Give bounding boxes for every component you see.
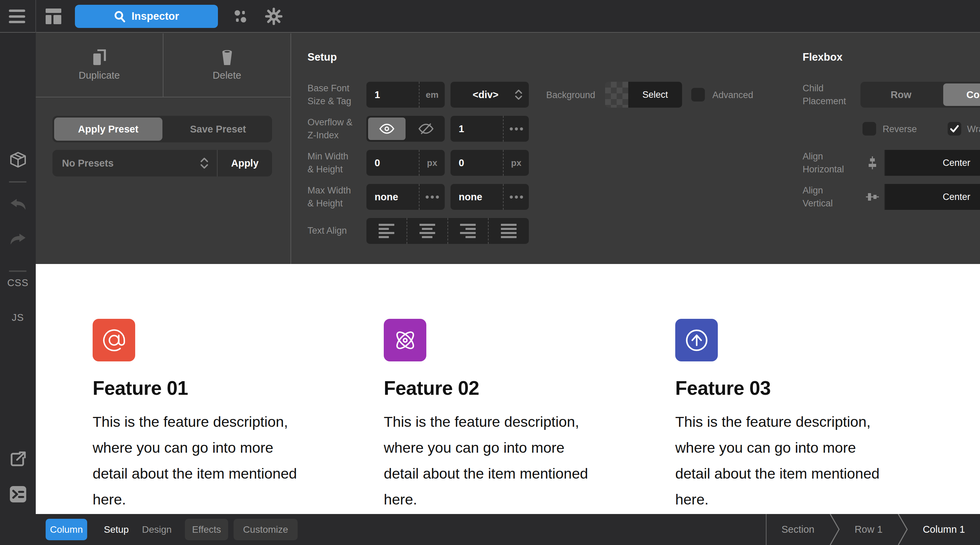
wrap-checkbox[interactable] [948, 122, 961, 135]
panel-divider [290, 33, 291, 264]
align-horizontal-control[interactable]: Center [861, 150, 980, 176]
arrow-up-circle-icon[interactable] [675, 319, 718, 362]
sliders-icon[interactable] [232, 8, 249, 25]
setup-heading: Setup [307, 51, 337, 63]
align-left-icon [379, 224, 394, 238]
align-horizontal-center-icon [861, 150, 885, 176]
align-vertical-value: Center [885, 184, 980, 210]
undo-icon[interactable] [0, 198, 36, 213]
sidebar-item-css[interactable]: CSS [0, 277, 36, 288]
ellipsis-icon[interactable] [503, 184, 529, 210]
align-right-button[interactable] [447, 218, 488, 244]
tab-customize[interactable]: Customize [234, 519, 298, 540]
export-icon[interactable] [0, 451, 36, 468]
feature-title[interactable]: Feature 02 [384, 377, 649, 399]
background-label: Background [546, 89, 595, 102]
chevron-updown-icon [514, 89, 523, 100]
column-option[interactable]: Column [943, 83, 980, 106]
at-sign-icon[interactable] [92, 319, 135, 362]
sidebar-item-js[interactable]: JS [0, 312, 36, 323]
save-preset-tab[interactable]: Save Preset [164, 116, 272, 142]
tab-design[interactable]: Design [142, 514, 172, 545]
chevron-right-icon [829, 514, 840, 545]
eye-off-icon [418, 123, 433, 135]
align-center-icon [420, 224, 435, 238]
overflow-label: Overflow & Z-Index [307, 116, 352, 142]
min-height-input[interactable]: 0 px [450, 150, 529, 176]
duplicate-button[interactable]: Duplicate [36, 33, 163, 97]
layout-icon[interactable] [46, 8, 61, 24]
feature-description[interactable]: This is the feature description, where y… [384, 409, 649, 512]
tag-select[interactable]: <div> [450, 82, 529, 108]
feature-description[interactable]: This is the feature description, where y… [675, 409, 941, 512]
flexbox-heading: Flexbox [803, 51, 842, 63]
feature-title[interactable]: Feature 03 [675, 377, 941, 399]
row-option[interactable]: Row [861, 82, 942, 108]
text-align-label: Text Align [307, 224, 347, 237]
feature-title[interactable]: Feature 01 [92, 377, 358, 399]
atom-icon[interactable] [384, 319, 426, 362]
search-icon [114, 10, 126, 22]
z-index-input[interactable]: 1 [450, 116, 529, 142]
sidebar-divider [9, 271, 27, 272]
ellipsis-icon[interactable] [419, 184, 445, 210]
feature-card-1[interactable]: Feature 01 This is the feature descripti… [92, 319, 358, 512]
toolbar-divider [35, 0, 36, 33]
apply-preset-tab[interactable]: Apply Preset [54, 118, 162, 141]
tab-setup[interactable]: Setup [104, 514, 129, 545]
background-select-button[interactable]: Select [628, 82, 682, 108]
left-sidebar: CSS JS [0, 33, 36, 545]
check-icon [950, 125, 959, 132]
align-horizontal-label: Align Horizontal [803, 150, 844, 176]
gear-icon[interactable] [265, 8, 283, 25]
align-vertical-control[interactable]: Center [861, 184, 980, 210]
align-center-button[interactable] [407, 218, 447, 244]
top-toolbar: Inspector [0, 0, 980, 33]
base-font-size-input[interactable]: 1 em [366, 82, 445, 108]
menu-icon[interactable] [9, 8, 25, 24]
preset-select[interactable]: No Presets [52, 150, 218, 177]
reverse-label: Reverse [883, 124, 917, 135]
max-width-input[interactable]: none [366, 184, 445, 210]
inspector-label: Inspector [131, 10, 179, 22]
advanced-label: Advanced [712, 90, 753, 100]
breadcrumb-section[interactable]: Section [767, 514, 829, 545]
align-right-icon [460, 224, 476, 238]
unit-label: em [419, 82, 445, 108]
element-type-button[interactable]: Column [46, 519, 87, 540]
feature-card-3[interactable]: Feature 03 This is the feature descripti… [675, 319, 941, 512]
tab-effects[interactable]: Effects [185, 519, 228, 540]
chevron-updown-icon [200, 157, 209, 169]
css-label: CSS [7, 277, 29, 288]
unit-label: px [419, 150, 445, 176]
base-font-label: Base Font Size & Tag [307, 82, 352, 108]
align-justify-button[interactable] [488, 218, 529, 244]
page-canvas[interactable]: Feature 01 This is the feature descripti… [36, 264, 980, 514]
terminal-icon[interactable] [0, 486, 36, 503]
breadcrumb: Section Row 1 Column 1 [766, 514, 980, 545]
wrap-label: Wrap [967, 124, 980, 135]
background-control[interactable]: Select [605, 82, 682, 108]
bottom-bar: Column Setup Design Effects Customize Se… [0, 514, 980, 545]
feature-card-2[interactable]: Feature 02 This is the feature descripti… [384, 319, 649, 512]
max-height-input[interactable]: none [450, 184, 529, 210]
feature-description[interactable]: This is the feature description, where y… [92, 409, 358, 512]
overflow-visible-button[interactable] [368, 118, 406, 140]
preset-control: No Presets Apply [52, 150, 272, 177]
chevron-right-icon [897, 514, 908, 545]
apply-preset-button[interactable]: Apply [218, 150, 272, 177]
advanced-checkbox[interactable] [691, 88, 705, 102]
reverse-checkbox[interactable] [862, 122, 876, 135]
redo-icon[interactable] [0, 233, 36, 248]
cube-icon[interactable] [0, 151, 36, 168]
inspector-button[interactable]: Inspector [75, 5, 218, 28]
align-justify-icon [501, 224, 517, 238]
delete-label: Delete [213, 70, 242, 81]
align-left-button[interactable] [366, 218, 407, 244]
breadcrumb-row[interactable]: Row 1 [840, 514, 897, 545]
delete-button[interactable]: Delete [163, 33, 290, 97]
breadcrumb-column[interactable]: Column 1 [908, 514, 980, 545]
ellipsis-icon[interactable] [503, 116, 529, 142]
overflow-hidden-button[interactable] [407, 116, 445, 142]
min-width-input[interactable]: 0 px [366, 150, 445, 176]
